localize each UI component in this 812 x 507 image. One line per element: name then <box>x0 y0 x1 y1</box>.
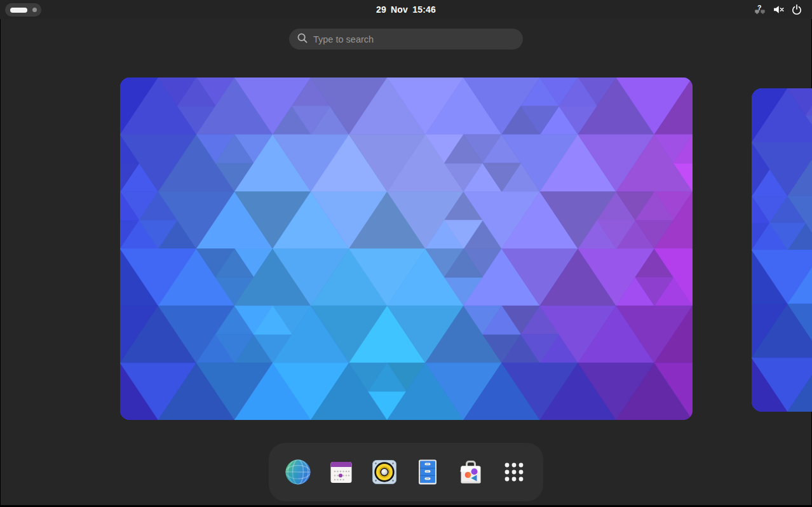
dash-item-music[interactable] <box>369 457 400 487</box>
workspace-active-pill[interactable] <box>10 8 27 13</box>
search-field[interactable] <box>289 29 523 50</box>
volume-muted-icon[interactable] <box>771 2 786 17</box>
dash-item-web-browser[interactable] <box>283 457 313 487</box>
top-bar: 29 Nov 15:46 ? <box>0 0 812 19</box>
power-icon[interactable] <box>789 2 804 17</box>
calendar-icon <box>326 457 356 487</box>
show-apps-grid-icon <box>499 457 529 487</box>
clock-button[interactable]: 29 Nov 15:46 <box>376 0 436 19</box>
dash-item-show-apps[interactable] <box>499 457 529 487</box>
wallpaper-triangles-peek <box>752 88 812 412</box>
search-icon <box>297 32 308 46</box>
music-speaker-icon <box>369 457 400 487</box>
network-question-badge: ? <box>757 4 761 11</box>
quick-settings-area[interactable]: ? <box>750 0 807 19</box>
workspace-thumbnail-1[interactable] <box>120 78 693 420</box>
web-browser-globe-icon <box>283 457 313 487</box>
network-unknown-icon[interactable]: ? <box>752 2 768 17</box>
files-cabinet-icon <box>412 457 443 487</box>
workspace-inactive-dot[interactable] <box>32 8 37 12</box>
workspaces-indicator[interactable] <box>5 3 41 17</box>
wallpaper-triangles <box>120 78 693 420</box>
dash-item-files[interactable] <box>412 457 443 487</box>
dash-item-calendar[interactable] <box>326 457 356 487</box>
calendar-event-dot <box>339 474 342 478</box>
search-input[interactable] <box>313 34 515 44</box>
dash <box>269 443 543 501</box>
software-store-bag-icon <box>456 457 486 487</box>
dash-item-software[interactable] <box>456 457 486 487</box>
workspace-thumbnail-2[interactable] <box>752 88 812 412</box>
